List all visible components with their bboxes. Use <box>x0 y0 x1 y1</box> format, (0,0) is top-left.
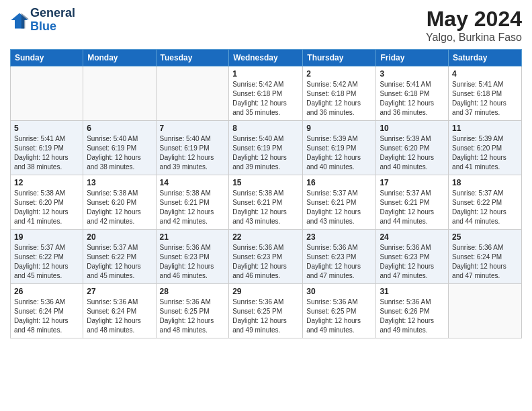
day-info: Sunrise: 5:36 AM Sunset: 6:23 PM Dayligh… <box>306 243 372 281</box>
calendar-cell-w1-d3 <box>156 66 229 121</box>
header-monday: Monday <box>83 50 156 66</box>
day-info: Sunrise: 5:39 AM Sunset: 6:20 PM Dayligh… <box>452 134 518 172</box>
day-number: 19 <box>14 232 79 242</box>
day-number: 20 <box>87 232 152 242</box>
logo-text: General Blue <box>30 7 75 34</box>
day-number: 14 <box>160 178 226 187</box>
calendar-cell-w2-d4: 8Sunrise: 5:40 AM Sunset: 6:19 PM Daylig… <box>229 121 303 175</box>
header-wednesday: Wednesday <box>229 50 303 66</box>
day-number: 25 <box>452 232 518 242</box>
logo: General Blue <box>10 7 75 34</box>
page: General Blue May 2024 Yalgo, Burkina Fas… <box>0 0 532 411</box>
header-saturday: Saturday <box>449 50 522 66</box>
calendar-cell-w1-d7: 4Sunrise: 5:41 AM Sunset: 6:18 PM Daylig… <box>449 66 522 121</box>
calendar-cell-w4-d5: 23Sunrise: 5:36 AM Sunset: 6:23 PM Dayli… <box>303 230 376 284</box>
day-info: Sunrise: 5:36 AM Sunset: 6:24 PM Dayligh… <box>452 243 518 281</box>
day-number: 9 <box>306 124 372 133</box>
day-number: 4 <box>452 69 518 79</box>
week-row-5: 26Sunrise: 5:36 AM Sunset: 6:24 PM Dayli… <box>11 284 522 338</box>
day-number: 15 <box>232 178 299 187</box>
day-info: Sunrise: 5:41 AM Sunset: 6:18 PM Dayligh… <box>452 80 518 118</box>
week-row-1: 1Sunrise: 5:42 AM Sunset: 6:18 PM Daylig… <box>11 66 522 121</box>
day-number: 30 <box>306 287 372 296</box>
day-number: 8 <box>232 124 299 133</box>
day-info: Sunrise: 5:36 AM Sunset: 6:24 PM Dayligh… <box>14 298 79 335</box>
day-number: 18 <box>452 178 518 187</box>
day-info: Sunrise: 5:37 AM Sunset: 6:22 PM Dayligh… <box>452 189 518 226</box>
calendar-cell-w1-d5: 2Sunrise: 5:42 AM Sunset: 6:18 PM Daylig… <box>303 66 376 121</box>
day-number: 22 <box>232 232 299 242</box>
day-info: Sunrise: 5:40 AM Sunset: 6:19 PM Dayligh… <box>160 134 226 172</box>
calendar-cell-w1-d4: 1Sunrise: 5:42 AM Sunset: 6:18 PM Daylig… <box>229 66 303 121</box>
header-friday: Friday <box>376 50 449 66</box>
day-number: 31 <box>380 287 445 296</box>
day-info: Sunrise: 5:42 AM Sunset: 6:18 PM Dayligh… <box>232 80 299 118</box>
location-title: Yalgo, Burkina Faso <box>426 32 522 44</box>
day-number: 12 <box>14 178 79 187</box>
day-number: 23 <box>306 232 372 242</box>
calendar-cell-w2-d2: 6Sunrise: 5:40 AM Sunset: 6:19 PM Daylig… <box>83 121 156 175</box>
calendar-cell-w2-d1: 5Sunrise: 5:41 AM Sunset: 6:19 PM Daylig… <box>11 121 83 175</box>
day-info: Sunrise: 5:36 AM Sunset: 6:23 PM Dayligh… <box>232 243 299 281</box>
calendar-cell-w2-d7: 11Sunrise: 5:39 AM Sunset: 6:20 PM Dayli… <box>449 121 522 175</box>
day-info: Sunrise: 5:36 AM Sunset: 6:25 PM Dayligh… <box>306 298 372 335</box>
day-number: 27 <box>87 287 152 296</box>
calendar-cell-w4-d1: 19Sunrise: 5:37 AM Sunset: 6:22 PM Dayli… <box>11 230 83 284</box>
day-info: Sunrise: 5:38 AM Sunset: 6:20 PM Dayligh… <box>14 189 79 226</box>
day-number: 10 <box>380 124 445 133</box>
day-info: Sunrise: 5:40 AM Sunset: 6:19 PM Dayligh… <box>232 134 299 172</box>
day-number: 28 <box>160 287 226 296</box>
day-number: 3 <box>380 69 445 79</box>
calendar-cell-w2-d3: 7Sunrise: 5:40 AM Sunset: 6:19 PM Daylig… <box>156 121 229 175</box>
calendar-cell-w3-d2: 13Sunrise: 5:38 AM Sunset: 6:20 PM Dayli… <box>83 175 156 230</box>
day-number: 21 <box>160 232 226 242</box>
day-number: 11 <box>452 124 518 133</box>
calendar-cell-w3-d1: 12Sunrise: 5:38 AM Sunset: 6:20 PM Dayli… <box>11 175 83 230</box>
calendar-cell-w5-d3: 28Sunrise: 5:36 AM Sunset: 6:25 PM Dayli… <box>156 284 229 338</box>
header: General Blue May 2024 Yalgo, Burkina Fas… <box>10 7 522 44</box>
calendar-cell-w2-d5: 9Sunrise: 5:39 AM Sunset: 6:19 PM Daylig… <box>303 121 376 175</box>
day-number: 17 <box>380 178 445 187</box>
week-row-2: 5Sunrise: 5:41 AM Sunset: 6:19 PM Daylig… <box>11 121 522 175</box>
day-info: Sunrise: 5:37 AM Sunset: 6:21 PM Dayligh… <box>306 189 372 226</box>
month-title: May 2024 <box>426 7 522 32</box>
day-number: 5 <box>14 124 79 133</box>
weekday-header-row: Sunday Monday Tuesday Wednesday Thursday… <box>11 50 522 66</box>
day-info: Sunrise: 5:38 AM Sunset: 6:21 PM Dayligh… <box>160 189 226 226</box>
calendar-cell-w4-d2: 20Sunrise: 5:37 AM Sunset: 6:22 PM Dayli… <box>83 230 156 284</box>
calendar-cell-w3-d3: 14Sunrise: 5:38 AM Sunset: 6:21 PM Dayli… <box>156 175 229 230</box>
day-number: 6 <box>87 124 152 133</box>
calendar-cell-w5-d1: 26Sunrise: 5:36 AM Sunset: 6:24 PM Dayli… <box>11 284 83 338</box>
day-info: Sunrise: 5:36 AM Sunset: 6:24 PM Dayligh… <box>87 298 152 335</box>
calendar-cell-w3-d5: 16Sunrise: 5:37 AM Sunset: 6:21 PM Dayli… <box>303 175 376 230</box>
day-info: Sunrise: 5:39 AM Sunset: 6:19 PM Dayligh… <box>306 134 372 172</box>
day-info: Sunrise: 5:39 AM Sunset: 6:20 PM Dayligh… <box>380 134 445 172</box>
day-number: 13 <box>87 178 152 187</box>
header-thursday: Thursday <box>303 50 376 66</box>
week-row-4: 19Sunrise: 5:37 AM Sunset: 6:22 PM Dayli… <box>11 230 522 284</box>
day-info: Sunrise: 5:41 AM Sunset: 6:19 PM Dayligh… <box>14 134 79 172</box>
calendar: Sunday Monday Tuesday Wednesday Thursday… <box>10 49 522 338</box>
day-number: 26 <box>14 287 79 296</box>
calendar-cell-w5-d2: 27Sunrise: 5:36 AM Sunset: 6:24 PM Dayli… <box>83 284 156 338</box>
day-info: Sunrise: 5:38 AM Sunset: 6:21 PM Dayligh… <box>232 189 299 226</box>
day-info: Sunrise: 5:36 AM Sunset: 6:25 PM Dayligh… <box>232 298 299 335</box>
day-info: Sunrise: 5:37 AM Sunset: 6:22 PM Dayligh… <box>87 243 152 281</box>
calendar-cell-w5-d7 <box>449 284 522 338</box>
day-info: Sunrise: 5:36 AM Sunset: 6:25 PM Dayligh… <box>160 298 226 335</box>
day-number: 1 <box>232 69 299 79</box>
calendar-cell-w1-d1 <box>11 66 83 121</box>
day-info: Sunrise: 5:36 AM Sunset: 6:23 PM Dayligh… <box>380 243 445 281</box>
calendar-cell-w4-d3: 21Sunrise: 5:36 AM Sunset: 6:23 PM Dayli… <box>156 230 229 284</box>
day-number: 24 <box>380 232 445 242</box>
title-section: May 2024 Yalgo, Burkina Faso <box>426 7 522 44</box>
calendar-cell-w4-d6: 24Sunrise: 5:36 AM Sunset: 6:23 PM Dayli… <box>376 230 449 284</box>
calendar-cell-w5-d4: 29Sunrise: 5:36 AM Sunset: 6:25 PM Dayli… <box>229 284 303 338</box>
logo-line2: Blue <box>30 19 56 33</box>
day-info: Sunrise: 5:37 AM Sunset: 6:21 PM Dayligh… <box>380 189 445 226</box>
logo-line1: General <box>30 6 75 19</box>
day-info: Sunrise: 5:42 AM Sunset: 6:18 PM Dayligh… <box>306 80 372 118</box>
calendar-cell-w1-d6: 3Sunrise: 5:41 AM Sunset: 6:18 PM Daylig… <box>376 66 449 121</box>
calendar-cell-w4-d4: 22Sunrise: 5:36 AM Sunset: 6:23 PM Dayli… <box>229 230 303 284</box>
calendar-cell-w3-d7: 18Sunrise: 5:37 AM Sunset: 6:22 PM Dayli… <box>449 175 522 230</box>
